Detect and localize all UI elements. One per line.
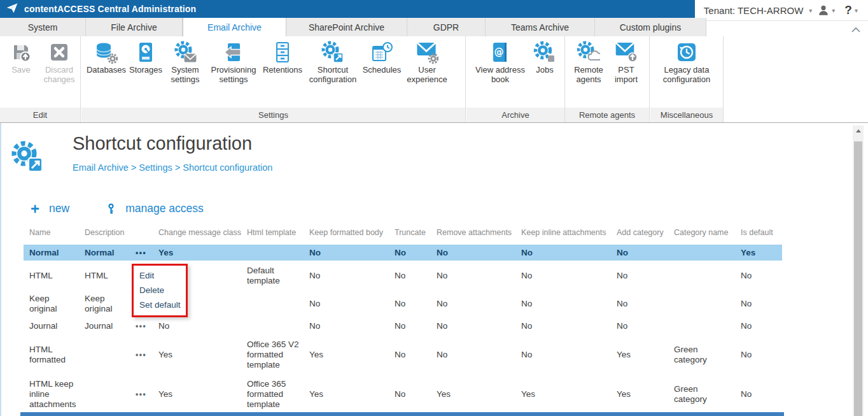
help-menu[interactable]: ? ▾	[844, 3, 858, 17]
column-header-menu	[136, 228, 158, 241]
cell-change-message-class: No	[158, 319, 247, 334]
shortcut-configuration-button[interactable]: Shortcut configuration	[304, 39, 361, 85]
provisioning-settings-icon	[222, 41, 245, 64]
row-context-menu: EditDeleteSet default	[132, 264, 188, 317]
jobs-button[interactable]: Jobs	[530, 39, 559, 76]
system-settings-button[interactable]: System settings	[164, 39, 206, 85]
table-horizontal-scrollbar[interactable]	[20, 412, 784, 416]
topbar: contentACCESS Central Administration	[0, 0, 695, 18]
breadcrumb[interactable]: Email Archive > Settings > Shortcut conf…	[73, 162, 272, 173]
column-header-is-default[interactable]: Is default	[741, 228, 782, 241]
page-icon	[11, 141, 45, 176]
cell-keep-inline-attachments: No	[521, 296, 617, 312]
app-logo-icon	[6, 1, 18, 17]
help-icon: ?	[844, 3, 852, 17]
view-address-book-button[interactable]: @ View address book	[470, 39, 530, 85]
scrollbar-thumb[interactable]	[854, 141, 862, 416]
save-button: Save	[4, 39, 38, 76]
column-header-description[interactable]: Description	[85, 228, 136, 241]
context-menu-item-delete[interactable]: Delete	[134, 283, 186, 298]
column-header-category-name[interactable]: Category name	[674, 228, 741, 241]
remote-agents-button[interactable]: Remote agents	[569, 39, 608, 85]
tab-sharepoint-archive[interactable]: SharePoint Archive	[286, 18, 407, 36]
manage-access-button[interactable]: manage access	[125, 202, 204, 215]
databases-icon	[95, 41, 118, 64]
ribbon-group-label-settings: Settings	[81, 108, 465, 122]
system-settings-icon	[174, 41, 197, 64]
row-menu-button[interactable]: •••	[136, 319, 158, 334]
column-header-html-template[interactable]: Html template	[247, 228, 309, 241]
new-button[interactable]: new	[49, 202, 69, 215]
plus-icon[interactable]: +	[31, 203, 39, 215]
tab-file-archive[interactable]: File Archive	[86, 18, 183, 36]
tab-gdpr[interactable]: GDPR	[407, 18, 486, 36]
user-experience-icon	[416, 41, 438, 64]
column-header-remove-attachments[interactable]: Remove attachments	[437, 228, 521, 241]
cell-name: HTML keep inline attachments	[24, 377, 85, 412]
cell-is-default: No	[741, 347, 782, 362]
cell-change-message-class: Yes	[158, 245, 247, 261]
pst-import-button[interactable]: PST import	[608, 39, 644, 85]
table-row[interactable]: HTML keep inline attachments•••YesOffice…	[24, 374, 782, 414]
cell-change-message-class: Yes	[158, 387, 247, 402]
cell-is-default: No	[741, 319, 782, 334]
context-menu-item-edit[interactable]: Edit	[134, 268, 186, 283]
databases-button[interactable]: Databases	[85, 39, 127, 76]
shortcut-configuration-icon	[321, 41, 344, 64]
tenant-caret-icon[interactable]: ▾	[809, 7, 812, 14]
cell-name: Keep original	[24, 291, 85, 317]
key-icon[interactable]	[106, 203, 116, 215]
cell-description	[85, 392, 136, 397]
ribbon-tabs: System File Archive Email Archive ShareP…	[0, 18, 706, 36]
cell-truncate: No	[395, 347, 437, 362]
cell-truncate: No	[395, 296, 437, 312]
cell-is-default: No	[741, 296, 782, 312]
column-header-add-category[interactable]: Add category	[617, 228, 674, 241]
column-header-name[interactable]: Name	[24, 228, 85, 241]
grid-toolbar: + new manage access	[31, 202, 204, 215]
column-header-keep-formatted-body[interactable]: Keep formatted body	[309, 228, 395, 241]
retentions-button[interactable]: Retentions	[261, 39, 304, 76]
cell-is-default: No	[741, 387, 782, 402]
row-menu-button[interactable]: •••	[136, 347, 158, 362]
cell-description	[85, 352, 136, 357]
table-row[interactable]: JournalJournal•••NoNoNoNoNoNoNo	[24, 317, 782, 335]
table-header-row: NameDescriptionChange message classHtml …	[24, 228, 782, 241]
cell-keep-formatted-body: No	[309, 268, 395, 283]
user-menu[interactable]: ▾	[818, 4, 835, 16]
cell-name: HTML formatted	[24, 342, 85, 368]
cell-change-message-class: Yes	[158, 347, 247, 362]
discard-changes-button: Discard changes	[38, 39, 80, 85]
user-experience-button[interactable]: User experience	[402, 39, 452, 85]
cell-remove-attachments: No	[437, 245, 521, 261]
ribbon-group-label-archive: Archive	[466, 108, 564, 122]
row-menu-button[interactable]: •••	[136, 245, 158, 261]
ribbon-group-miscellaneous: Legacy data configuration Miscellaneous	[650, 36, 724, 122]
column-header-keep-inline-attachments[interactable]: Keep inline attachments	[521, 228, 617, 241]
cell-truncate: No	[395, 268, 437, 283]
column-header-change-message-class[interactable]: Change message class	[158, 228, 247, 241]
tab-teams-archive[interactable]: Teams Archive	[486, 18, 595, 36]
tab-system[interactable]: System	[0, 18, 86, 36]
column-header-truncate[interactable]: Truncate	[395, 228, 437, 241]
provisioning-settings-button[interactable]: Provisioning settings	[206, 39, 261, 85]
tab-custom-plugins[interactable]: Custom plugins	[595, 18, 706, 36]
schedules-button[interactable]: Schedules	[361, 39, 402, 76]
cell-is-default: Yes	[741, 245, 782, 261]
cell-category-name	[674, 324, 741, 329]
tab-email-archive[interactable]: Email Archive	[183, 18, 286, 37]
chevron-up-icon[interactable]	[851, 24, 860, 35]
table-row[interactable]: NormalNormal•••YesNoNoNoNoNoYes	[24, 245, 782, 261]
storages-button[interactable]: Storages	[127, 39, 164, 76]
cell-description: Journal	[85, 319, 136, 334]
scrollbar-up-button[interactable]	[853, 126, 864, 136]
row-menu-button[interactable]: •••	[136, 387, 158, 402]
context-menu-item-set-default[interactable]: Set default	[134, 298, 186, 312]
ribbon-group-label-remote-agents: Remote agents	[565, 108, 649, 122]
cell-remove-attachments: No	[437, 347, 521, 362]
tenant-selector[interactable]: Tenant: TECH-ARROW	[704, 5, 803, 16]
table-row[interactable]: HTML formatted•••YesOffice 365 V2 format…	[24, 335, 782, 374]
legacy-data-configuration-button[interactable]: Legacy data configuration	[655, 39, 718, 85]
cell-keep-formatted-body: No	[309, 245, 395, 261]
svg-text:@: @	[494, 47, 504, 58]
